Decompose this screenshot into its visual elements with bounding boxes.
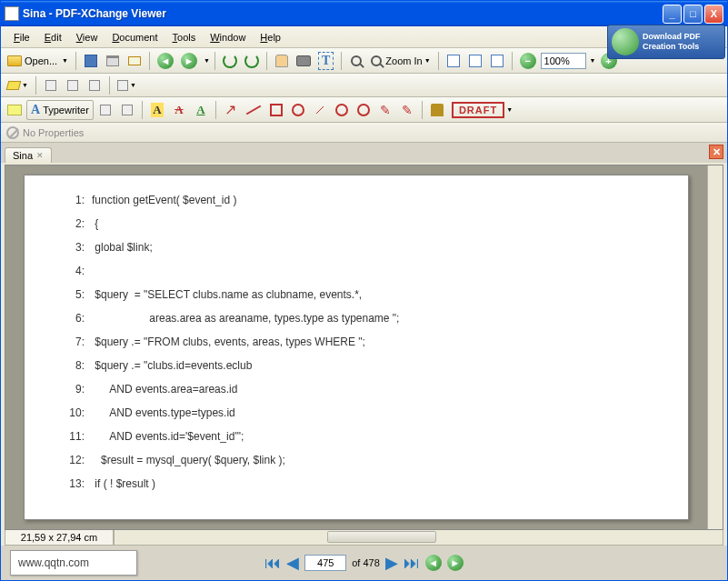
strikeout-icon: A [175,103,183,117]
zoom-in-button[interactable]: Zoom In ▼ [368,51,433,71]
zoom-level-input[interactable] [541,53,586,69]
code-line: 5: $query = "SELECT clubs.name as clubna… [52,288,661,301]
refresh-all-button[interactable] [242,51,262,71]
vertical-scrollbar[interactable] [707,165,723,529]
arrow-left-icon: ◄ [157,53,174,69]
nav-forward-circle-button[interactable]: ► [447,555,464,571]
oval-tool-button[interactable] [288,100,308,120]
textbox-button[interactable] [95,100,115,120]
annotation-toolbar: A Typewriter A A A ↗ ⟋ ✎ ✎ DRAFT▼ [1,97,727,123]
last-page-button[interactable]: ⏭ [404,554,420,573]
menu-tools[interactable]: Tools [165,29,204,45]
polygon-tool-button[interactable] [332,100,352,120]
status-bar: www.qqtn.com ⏮ ◀ of 478 ▶ ⏭ ◄ ► [1,546,727,580]
chevron-down-icon: ▼ [62,57,68,64]
menu-file[interactable]: File [6,29,37,45]
menu-document[interactable]: Document [105,29,165,45]
print-button[interactable] [103,51,123,71]
next-page-button[interactable]: ▶ [385,553,398,573]
refresh-button[interactable] [220,51,240,71]
underline-button[interactable]: A [191,100,211,120]
save-button[interactable] [81,51,101,71]
magnifier-plus-icon [371,55,382,66]
arrow-tool-button[interactable]: ↗ [221,100,241,120]
arrow-right-icon: ► [181,53,197,69]
eraser-icon: ✎ [402,103,413,117]
minimize-button[interactable]: _ [663,5,682,24]
link-tool3-button[interactable] [85,75,105,95]
snapshot-button[interactable] [294,51,314,71]
current-page-input[interactable] [304,555,346,571]
tab-sina[interactable]: Sina ✕ [5,147,52,163]
sticky-note-icon [7,105,22,115]
menu-view[interactable]: View [69,29,105,45]
polyline-tool-button[interactable]: ⟋ [310,100,330,120]
highlight-button[interactable]: A [147,100,167,120]
hand-tool-button[interactable] [272,51,292,71]
nav-back-circle-button[interactable]: ◄ [425,555,442,571]
stamp-icon [431,104,444,116]
code-line: 2: { [52,217,661,230]
close-all-tabs-button[interactable]: ✕ [709,145,723,159]
fit-page-icon [447,55,460,67]
open-button[interactable]: Open... ▼ [5,51,71,71]
magnifier-icon [351,55,362,66]
tag-icon [6,81,22,90]
link-icon [117,80,128,91]
polygon-icon [335,104,348,116]
no-properties-icon [6,126,19,139]
sticky-note-button[interactable] [5,100,25,120]
underline-icon: A [196,103,204,117]
close-button[interactable]: X [704,5,723,24]
callout-icon [122,105,133,115]
first-page-button[interactable]: ⏮ [264,554,281,573]
mail-icon [128,56,141,65]
cloud-tool-button[interactable] [354,100,374,120]
callout-button[interactable] [117,100,137,120]
line-icon [246,105,262,115]
stamp-button[interactable] [427,100,447,120]
actual-size-button[interactable] [487,51,507,71]
link-icon [67,80,78,91]
menu-help[interactable]: Help [253,29,288,45]
code-line: 12: $result = mysql_query( $query, $link… [52,454,661,466]
code-line: 11: AND events.id='$event_id'"; [52,430,661,443]
nav-forward-button[interactable]: ► [178,51,200,71]
link-tool-button[interactable] [41,75,61,95]
eraser-tool-button[interactable]: ✎ [397,100,417,120]
strikeout-button[interactable]: A [169,100,189,120]
menu-window[interactable]: Window [203,29,253,45]
pencil-tool-button[interactable]: ✎ [375,100,395,120]
horizontal-scrollbar[interactable] [114,530,723,546]
rect-tool-button[interactable] [266,100,286,120]
draft-stamp-button[interactable]: DRAFT▼ [449,100,515,120]
actual-size-icon [491,55,504,67]
fit-width-button[interactable] [465,51,485,71]
link-tool4-button[interactable]: ▼ [115,75,139,95]
link-icon [89,80,100,91]
typewriter-button[interactable]: A Typewriter [26,100,94,120]
bookmark-toolbar: ▼ ▼ [1,74,727,97]
menu-edit[interactable]: Edit [37,29,69,45]
prev-page-button[interactable]: ◀ [286,553,299,573]
document-viewport[interactable]: 1:function getEvent( $event_id )2: {3: g… [5,165,723,530]
oval-icon [292,104,304,116]
fit-page-button[interactable] [444,51,464,71]
download-pdf-tools-button[interactable]: Download PDFCreation Tools [607,25,725,59]
zoom-out-button[interactable]: − [517,51,539,71]
globe-icon [612,28,639,55]
link-tool2-button[interactable] [63,75,83,95]
tab-close-icon[interactable]: ✕ [36,151,44,160]
zoom-tool-button[interactable] [346,51,366,71]
tag-button[interactable]: ▼ [5,75,31,95]
typewriter-icon: A [31,103,40,117]
hand-icon [275,55,288,67]
select-text-button[interactable]: T [315,51,336,71]
email-button[interactable] [125,51,145,71]
nav-back-button[interactable]: ◄ [155,51,176,71]
line-tool-button[interactable] [243,100,264,120]
maximize-button[interactable]: □ [683,5,703,24]
code-line: 10: AND events.type=types.id [52,406,661,419]
minus-icon: − [520,53,536,69]
textbox-icon [100,105,111,115]
